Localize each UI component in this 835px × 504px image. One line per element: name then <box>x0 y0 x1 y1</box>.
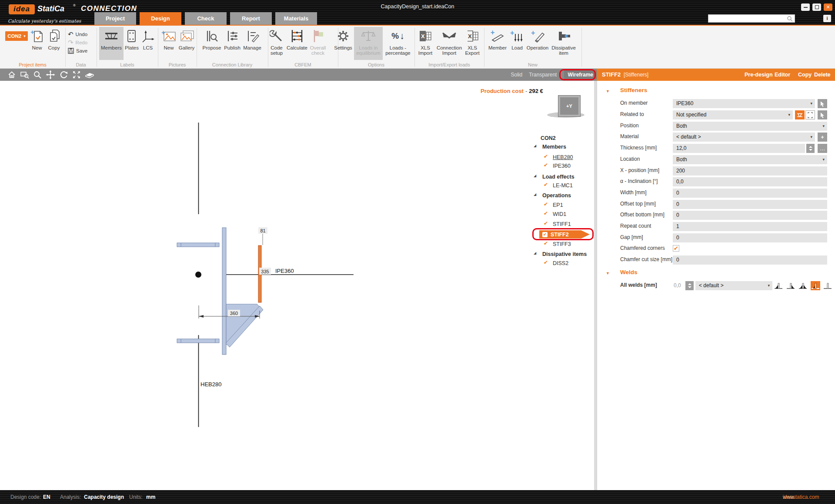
chamfer-cut-input[interactable]: 0 <box>673 255 827 265</box>
section-stiffeners[interactable]: Stiffeners <box>620 87 647 93</box>
3d-viewport[interactable]: Production cost-292 € +Y 81 <box>0 81 597 490</box>
solid-slab-icon[interactable] <box>83 71 96 79</box>
connection-import-button[interactable]: Connection Import <box>436 27 463 58</box>
labels-members-toggle[interactable]: Members <box>99 27 124 60</box>
connection-selector[interactable]: CON2 ▾ <box>5 31 28 41</box>
x-position-input[interactable]: 200 <box>673 166 827 176</box>
minimize-button[interactable] <box>801 3 810 11</box>
material-select[interactable]: < default >▾ <box>673 133 815 142</box>
pick-member-cursor-button[interactable] <box>818 99 827 108</box>
thickness-more-button[interactable]: … <box>818 144 827 153</box>
calculate-button[interactable]: Calculate <box>286 27 308 58</box>
redo-button[interactable]: ↷ Redo <box>68 39 97 46</box>
tree-item-le-mc1[interactable]: LE-MC1 <box>553 182 573 189</box>
delete-operation-button[interactable]: Delete <box>814 72 831 78</box>
section-collapse-icon[interactable]: ▼ <box>606 271 610 275</box>
code-setup-button[interactable]: Code setup <box>267 27 286 58</box>
home-view-button[interactable] <box>5 70 18 79</box>
all-welds-value[interactable]: 0,0 <box>674 282 681 288</box>
labels-lcs-toggle[interactable]: LCS <box>140 27 156 58</box>
undo-button[interactable]: ↶ Undo <box>68 30 97 38</box>
tab-design[interactable]: Design <box>140 12 181 25</box>
tab-report[interactable]: Report <box>230 12 272 25</box>
relate-to-member-button[interactable] <box>795 110 805 119</box>
checkbox-checked-icon[interactable]: ✔ <box>544 259 548 265</box>
position-select[interactable]: Both▾ <box>673 122 827 131</box>
tree-header-operations[interactable]: Operations <box>542 192 571 199</box>
column-bottom-flange[interactable] <box>177 339 219 343</box>
relate-to-plate-button[interactable] <box>805 110 815 119</box>
on-member-select[interactable]: IPE360▾ <box>673 99 815 108</box>
loads-percentage-button[interactable]: % ↓ Loads - percentage <box>384 27 411 58</box>
expander-icon[interactable]: ◢ <box>534 174 536 178</box>
chamfered-corners-checkbox[interactable]: ✔ <box>673 245 679 252</box>
weld-type-fillet-right-button[interactable] <box>786 281 795 290</box>
maximize-button[interactable] <box>812 3 821 11</box>
checkbox-checked-icon[interactable]: ✔ <box>544 220 548 226</box>
weld-type-none-button[interactable] <box>823 281 832 290</box>
copy-project-item-button[interactable]: Copy <box>45 27 63 58</box>
new-dissipative-item-button[interactable]: Dissipative item <box>550 27 578 58</box>
column-top-flange[interactable] <box>177 243 219 247</box>
weld-type-fillet-both-button[interactable] <box>798 281 808 290</box>
tree-item-stiff3[interactable]: STIFF3 <box>553 240 571 248</box>
new-member-button[interactable]: + Member <box>487 27 508 58</box>
wireframe-drawing[interactable]: 81 335 IPE360 360 HEB280 <box>0 81 597 490</box>
tree-item-stiff2-selected[interactable]: ✔ STIFF2 <box>539 230 590 239</box>
tree-root-con2[interactable]: CON2 <box>541 134 556 142</box>
tree-item-stiff1[interactable]: STIFF1 <box>553 220 571 228</box>
tab-materials[interactable]: Materials <box>275 12 317 25</box>
tree-header-members[interactable]: Members <box>542 143 566 151</box>
section-collapse-icon[interactable]: ▼ <box>606 89 610 93</box>
weld-type-fillet-left-button[interactable] <box>774 281 783 290</box>
expander-icon[interactable]: ◢ <box>534 144 536 148</box>
zoom-button[interactable] <box>31 70 44 79</box>
checkbox-checked-icon[interactable]: ✔ <box>544 182 548 188</box>
checkbox-checked-icon[interactable]: ✔ <box>544 162 548 168</box>
offset-bottom-input[interactable]: 0 <box>673 211 827 220</box>
location-select[interactable]: Both▾ <box>673 155 827 164</box>
offset-top-input[interactable]: 0 <box>673 200 827 209</box>
predesign-button[interactable]: Pre-design <box>745 72 773 78</box>
overall-check-button[interactable]: Overall check <box>308 27 328 58</box>
all-welds-select[interactable]: < default >▾ <box>695 281 772 290</box>
tab-project[interactable]: Project <box>94 12 136 25</box>
labels-plates-toggle[interactable]: Plates <box>124 27 139 58</box>
tree-item-ep1[interactable]: EP1 <box>553 201 563 209</box>
manage-button[interactable]: Manage <box>242 27 263 58</box>
checkbox-checked-icon[interactable]: ✔ <box>544 210 548 216</box>
zoom-window-button[interactable] <box>18 70 31 79</box>
xls-import-button[interactable]: X XLS Import <box>416 27 435 58</box>
tree-header-load-effects[interactable]: Load effects <box>542 173 574 181</box>
section-welds[interactable]: Welds <box>620 269 638 275</box>
view-mode-wireframe[interactable]: Wireframe <box>564 70 597 79</box>
settings-button[interactable]: Settings <box>333 27 353 58</box>
search-input[interactable] <box>708 14 795 23</box>
expander-icon[interactable]: ◢ <box>534 192 536 196</box>
zoom-fit-button[interactable] <box>70 70 83 79</box>
checkbox-checked-icon[interactable]: ✔ <box>544 201 548 207</box>
gap-input[interactable]: 0 <box>673 233 827 242</box>
info-button[interactable]: i <box>823 15 831 22</box>
editor-button[interactable]: Editor <box>775 72 790 78</box>
tree-item-diss2[interactable]: DISS2 <box>553 259 568 267</box>
tab-check[interactable]: Check <box>185 12 227 25</box>
tree-item-wid1[interactable]: WID1 <box>553 210 566 218</box>
pan-button[interactable] <box>44 70 57 80</box>
new-load-button[interactable]: + Load <box>509 27 525 58</box>
inclination-input[interactable]: 0,0 <box>673 177 827 186</box>
pick-related-cursor-button[interactable] <box>818 110 827 119</box>
end-plate[interactable] <box>222 228 226 355</box>
checkbox-checked-icon[interactable]: ✔ <box>544 153 548 159</box>
tree-header-dissipative-items[interactable]: Dissipative items <box>542 250 587 258</box>
view-mode-transparent[interactable]: Transparent <box>529 72 557 78</box>
thickness-stepper[interactable] <box>806 144 815 153</box>
view-mode-solid[interactable]: Solid <box>511 72 522 78</box>
node-point[interactable] <box>195 272 201 278</box>
tree-item-ipe360[interactable]: IPE360 <box>553 162 571 170</box>
publish-button[interactable]: Publish <box>223 27 242 58</box>
new-operation-button[interactable]: + Operation <box>526 27 549 58</box>
checkbox-checked-icon[interactable]: ✔ <box>542 232 548 237</box>
repeat-count-input[interactable]: 1 <box>673 222 827 231</box>
loads-in-equilibrium-toggle[interactable]: Loads in equilibrium <box>354 27 383 60</box>
